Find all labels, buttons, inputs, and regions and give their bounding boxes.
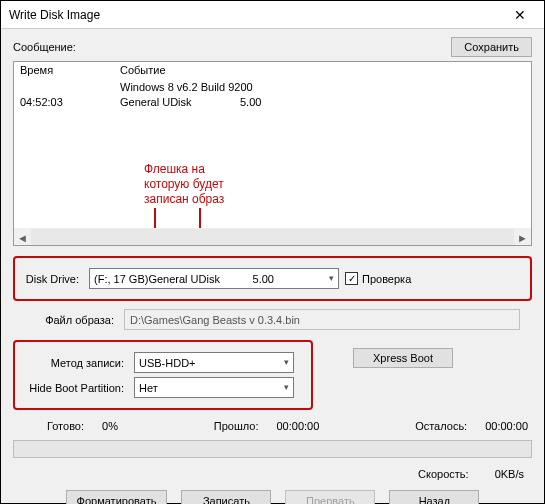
titlebar: Write Disk Image ✕ — [1, 1, 544, 29]
chevron-down-icon: ▾ — [284, 357, 289, 367]
log-time: 04:52:03 — [20, 95, 120, 110]
disk-drive-select[interactable]: (F:, 17 GB)General UDisk 5.00 ▾ — [89, 268, 339, 289]
log-event: Windows 8 v6.2 Build 9200 — [120, 80, 253, 95]
message-label: Сообщение: — [13, 41, 451, 53]
scrollbar-track[interactable] — [31, 229, 514, 245]
window-title: Write Disk Image — [9, 8, 500, 22]
elapsed-value: 00:00:00 — [276, 420, 319, 432]
log-event: General UDisk 5.00 — [120, 95, 261, 110]
progress-bar — [13, 440, 532, 458]
col-event: Событие — [120, 64, 166, 76]
log-header: Время Событие — [14, 62, 531, 78]
speed-label: Скорость: — [418, 468, 469, 480]
window: Write Disk Image ✕ Сообщение: Сохранить … — [0, 0, 545, 504]
status-row: Готово: 0% Прошло: 00:00:00 Осталось: 00… — [13, 420, 532, 432]
done-label: Готово: — [47, 420, 84, 432]
format-button[interactable]: Форматировать — [66, 490, 168, 504]
disk-drive-val: 5.00 — [253, 273, 274, 285]
scrollbar-horizontal[interactable]: ◄ ► — [14, 228, 531, 245]
disk-drive-label: Disk Drive: — [23, 273, 83, 285]
chevron-down-icon: ▾ — [284, 382, 289, 392]
speed-row: Скорость: 0KB/s — [13, 468, 524, 480]
back-button[interactable]: Назад — [389, 490, 479, 504]
hide-boot-select[interactable]: Нет ▾ — [134, 377, 294, 398]
save-button[interactable]: Сохранить — [451, 37, 532, 57]
log-panel: Время Событие Windows 8 v6.2 Build 9200 … — [13, 61, 532, 246]
log-row: 04:52:03 General UDisk 5.00 — [20, 95, 525, 110]
write-button[interactable]: Записать — [181, 490, 271, 504]
annotation-line — [199, 208, 201, 228]
verify-label: Проверка — [362, 273, 411, 285]
annotation-text: Флешка на которую будет записан образ — [144, 162, 224, 207]
highlight-write-method: Метод записи: USB-HDD+ ▾ Hide Boot Parti… — [13, 340, 313, 410]
chevron-down-icon: ▾ — [329, 273, 334, 283]
disk-drive-name: (F:, 17 GB)General UDisk — [94, 273, 220, 285]
remain-label: Осталось: — [415, 420, 467, 432]
log-time — [20, 80, 120, 95]
scroll-left-icon[interactable]: ◄ — [14, 229, 31, 246]
check-icon: ✓ — [345, 272, 358, 285]
button-row: Форматировать Записать Прервать Назад — [13, 490, 532, 504]
speed-value: 0KB/s — [495, 468, 524, 480]
xpress-boot-button[interactable]: Xpress Boot — [353, 348, 453, 368]
verify-checkbox[interactable]: ✓ Проверка — [345, 272, 411, 285]
hide-boot-label: Hide Boot Partition: — [23, 382, 128, 394]
remain-value: 00:00:00 — [485, 420, 528, 432]
write-method-label: Метод записи: — [23, 357, 128, 369]
close-icon[interactable]: ✕ — [500, 3, 540, 27]
highlight-disk-drive: Disk Drive: (F:, 17 GB)General UDisk 5.0… — [13, 256, 532, 301]
log-row: Windows 8 v6.2 Build 9200 — [20, 80, 525, 95]
abort-button: Прервать — [285, 490, 375, 504]
annotation-line — [154, 208, 156, 228]
elapsed-label: Прошло: — [214, 420, 259, 432]
image-file-field: D:\Games\Gang Beasts v 0.3.4.bin — [124, 309, 520, 330]
write-method-select[interactable]: USB-HDD+ ▾ — [134, 352, 294, 373]
col-time: Время — [20, 64, 120, 76]
done-value: 0% — [102, 420, 118, 432]
scroll-right-icon[interactable]: ► — [514, 229, 531, 246]
image-file-label: Файл образа: — [13, 314, 118, 326]
